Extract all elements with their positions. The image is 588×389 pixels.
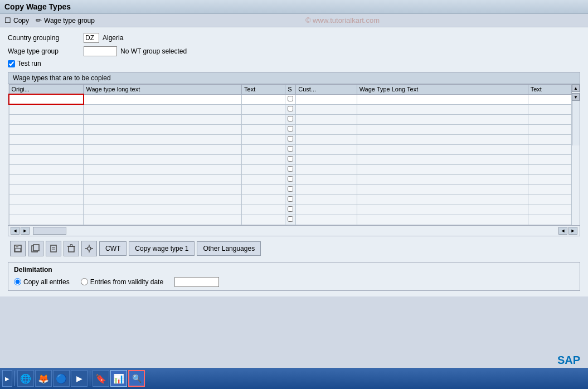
row-checkbox[interactable]	[288, 156, 293, 162]
radio-row: Copy all entries Entries from validity d…	[14, 277, 574, 287]
row-checkbox[interactable]	[288, 116, 293, 121]
cell-text	[242, 124, 285, 134]
other-languages-button[interactable]: Other Languages	[197, 241, 261, 256]
cell-cust	[296, 164, 357, 174]
cell-orig	[9, 114, 84, 124]
cell-long-text2	[357, 94, 528, 104]
copy-wage-type-button[interactable]: Copy wage type 1	[129, 241, 195, 256]
cell-cust	[296, 144, 357, 154]
copy-toolbar-item[interactable]: ☐ Copy	[4, 16, 29, 25]
cell-text2	[528, 194, 571, 205]
settings-icon	[85, 244, 94, 253]
svg-rect-5	[51, 245, 56, 252]
cell-orig	[9, 164, 84, 174]
row-checkbox[interactable]	[288, 166, 293, 172]
toolbar-btn-2[interactable]	[28, 241, 43, 256]
taskbar-ie-icon[interactable]: 🌐	[17, 370, 34, 387]
validity-date-input[interactable]	[174, 277, 219, 287]
row-checkbox[interactable]	[288, 96, 293, 101]
cell-cust	[296, 114, 357, 124]
cell-long-text2	[357, 124, 528, 134]
cell-orig[interactable]	[9, 94, 84, 104]
toolbar-btn-5[interactable]	[81, 241, 97, 256]
cell-text	[242, 134, 285, 144]
cell-text2	[528, 104, 571, 114]
taskbar-sap-icon[interactable]: 🔍	[128, 370, 145, 387]
cell-cust	[296, 194, 357, 205]
country-code-input[interactable]	[84, 33, 99, 43]
country-grouping-row: Country grouping Algeria	[8, 33, 580, 43]
taskbar-excel-icon[interactable]: 📊	[110, 370, 127, 387]
scroll-right-right-button[interactable]: ►	[568, 227, 577, 235]
cell-cust	[296, 174, 357, 184]
cell-s	[285, 144, 296, 154]
table-nav-bar: ◄ ► ◄ ►	[8, 225, 580, 236]
scroll-up-button[interactable]: ▲	[572, 84, 580, 92]
row-checkbox[interactable]	[288, 146, 293, 152]
svg-point-13	[88, 247, 91, 250]
cell-text	[242, 174, 285, 184]
scrollbar-area: ▲ ▼	[572, 84, 580, 145]
horizontal-scrollbar[interactable]	[33, 227, 66, 235]
row-checkbox[interactable]	[288, 216, 293, 222]
test-run-checkbox[interactable]	[8, 60, 15, 67]
taskbar-media-icon[interactable]: ▶	[71, 370, 88, 387]
cwt-button[interactable]: CWT	[99, 241, 127, 256]
cell-s	[285, 114, 296, 124]
cell-cust	[296, 205, 357, 215]
toolbar-btn-3[interactable]	[46, 241, 61, 256]
cell-long-text2	[357, 164, 528, 174]
row-checkbox[interactable]	[288, 106, 293, 111]
scroll-left-right-button[interactable]: ◄	[558, 227, 567, 235]
cell-cust	[296, 184, 357, 194]
taskbar-chrome-icon[interactable]: 🔵	[53, 370, 70, 387]
cell-long-text	[84, 215, 242, 225]
wage-type-group-input[interactable]	[84, 46, 117, 56]
test-run-row: Test run	[8, 60, 580, 67]
wage-type-group-toolbar-item[interactable]: ✏ Wage type group	[36, 16, 95, 25]
table-row	[9, 205, 572, 215]
cell-long-text	[84, 94, 242, 104]
cell-orig	[9, 124, 84, 134]
cell-cust	[296, 134, 357, 144]
table-row	[9, 94, 572, 104]
table-row	[9, 164, 572, 174]
row-checkbox[interactable]	[288, 176, 293, 182]
row-checkbox[interactable]	[288, 196, 293, 202]
ie-icon: 🌐	[20, 373, 31, 384]
cell-orig	[9, 154, 84, 164]
cell-long-text	[84, 205, 242, 215]
col-header-cust: Cust...	[296, 85, 357, 95]
toolbar-btn-4[interactable]	[64, 241, 79, 256]
copy-icon: ☐	[4, 16, 11, 25]
cell-text2	[528, 134, 571, 144]
row-checkbox[interactable]	[288, 186, 293, 192]
taskbar-folder-icon[interactable]: 🔖	[93, 370, 109, 387]
page-title: Copy Wage Types	[4, 2, 71, 11]
cell-text	[242, 205, 285, 215]
cell-long-text2	[357, 205, 528, 215]
col-header-long-text: Wage type long text	[84, 85, 242, 95]
row-checkbox[interactable]	[288, 126, 293, 132]
col-header-orig: Origi...	[9, 85, 84, 95]
row-checkbox[interactable]	[288, 136, 293, 142]
start-button[interactable]: ▶	[2, 370, 12, 387]
copy-all-entries-radio[interactable]	[14, 278, 21, 285]
scroll-right-small-button[interactable]: ►	[21, 227, 30, 235]
cell-orig	[9, 194, 84, 205]
cell-long-text2	[357, 134, 528, 144]
scroll-left-button[interactable]: ◄	[11, 227, 20, 235]
toolbar-btn-1[interactable]	[10, 241, 26, 256]
cell-long-text2	[357, 174, 528, 184]
paste-icon	[49, 244, 58, 253]
table-row	[9, 114, 572, 124]
cell-long-text2	[357, 184, 528, 194]
row-checkbox[interactable]	[288, 206, 293, 212]
cell-text2	[528, 215, 571, 225]
cell-text2	[528, 114, 571, 124]
svg-rect-4	[33, 245, 39, 251]
entries-from-validity-radio[interactable]	[81, 278, 88, 285]
scroll-down-button[interactable]: ▼	[572, 93, 580, 101]
taskbar-firefox-icon[interactable]: 🦊	[35, 370, 52, 387]
cell-long-text	[84, 144, 242, 154]
